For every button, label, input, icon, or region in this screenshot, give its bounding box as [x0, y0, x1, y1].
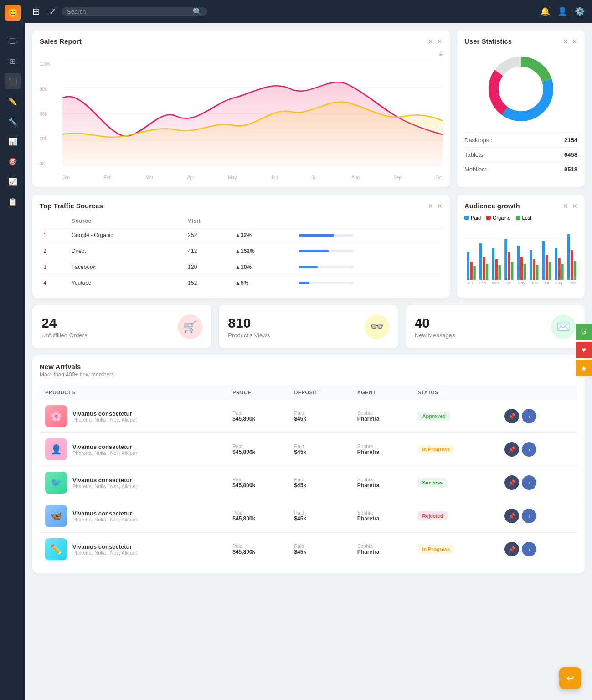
- sales-report-actions: ✕ ✕: [428, 38, 443, 45]
- agent-cell: Sophia Pharetra: [352, 533, 412, 566]
- traffic-source: Google - Organic: [68, 227, 184, 243]
- arrivals-table-row: 🦋 Vivamus consectetur Pharetra, Nulla , …: [40, 499, 577, 533]
- resize-icon-stats[interactable]: ✕: [563, 38, 568, 45]
- pin-button[interactable]: 📌: [504, 475, 519, 490]
- resize-audience-icon[interactable]: ✕: [563, 202, 568, 210]
- sidebar-item-edit[interactable]: ✏️: [5, 93, 21, 109]
- close-icon-stats[interactable]: ✕: [572, 38, 577, 45]
- price-col-header: PRUCE: [227, 385, 288, 400]
- price-label: Paid: [232, 443, 283, 449]
- lost-legend: Lost: [516, 215, 532, 221]
- price-cell: Paid $45,800k: [227, 533, 288, 566]
- resize-traffic-icon[interactable]: ✕: [428, 202, 433, 210]
- product-sub: Pharetra, Nulla , Nec, Aliquet: [72, 450, 137, 456]
- svg-rect-15: [470, 262, 473, 280]
- product-name: Vivamus consectetur: [72, 410, 137, 417]
- settings-icon[interactable]: ⚙️: [575, 6, 585, 16]
- sidebar-item-menu[interactable]: ☰: [5, 33, 21, 49]
- arrow-button[interactable]: ›: [522, 409, 536, 423]
- panel-btn-green[interactable]: G: [576, 324, 592, 340]
- arrivals-table-header: PRODUCTS PRUCE DEPOSIT AGENT STATUS: [40, 385, 577, 400]
- svg-rect-17: [479, 243, 482, 280]
- pin-button[interactable]: 📌: [504, 509, 519, 523]
- row-1: Sales Report ✕ ✕ ≡ 120K 90K 60K 30K 0K: [32, 30, 585, 187]
- new-arrivals-card: New Arrivals More than 400+ new members …: [32, 355, 585, 573]
- actions-cell: 📌 ›: [499, 400, 577, 433]
- svg-rect-40: [574, 261, 577, 280]
- expand-icon[interactable]: ⤢: [49, 6, 56, 16]
- sidebar-item-bars[interactable]: 📊: [5, 133, 21, 149]
- chart-menu-icon[interactable]: ≡: [40, 51, 443, 58]
- floating-action-button[interactable]: ↩: [559, 667, 581, 689]
- traffic-visit: 152: [184, 275, 232, 291]
- status-col-header: STATUS: [412, 385, 499, 400]
- deposit-cell: Paid $45k: [288, 400, 351, 433]
- user-avatar[interactable]: 😊: [5, 5, 21, 21]
- panel-btn-red[interactable]: ♥: [576, 342, 592, 358]
- orders-icon: 🛒: [178, 314, 202, 339]
- donut-chart: [464, 52, 577, 125]
- sidebar-item-grid[interactable]: ⊞: [5, 53, 21, 69]
- traffic-title: Top Traffic Sources: [40, 202, 103, 210]
- traffic-table: Source Visit 1 Google - Organic 252 ▲32%…: [40, 215, 443, 291]
- desktop-value: 2154: [564, 137, 577, 144]
- mobile-stat-row: Mobiles: 9518: [464, 162, 577, 176]
- arrow-button[interactable]: ›: [522, 509, 536, 523]
- traffic-growth: ▲10%: [232, 259, 295, 275]
- desktop-label: Dasktops :: [464, 137, 492, 144]
- agent-name-label: Sophia: [357, 477, 407, 482]
- svg-rect-14: [467, 252, 470, 280]
- search-icon: 🔍: [193, 7, 202, 16]
- action-buttons: 📌 ›: [504, 442, 572, 457]
- close-audience-icon[interactable]: ✕: [572, 202, 577, 210]
- lost-label: Lost: [522, 215, 532, 221]
- user-icon[interactable]: 👤: [557, 6, 567, 16]
- new-arrivals-subtitle: More than 400+ new members: [40, 371, 577, 378]
- sidebar-item-apps[interactable]: ⬛: [5, 73, 21, 89]
- search-input[interactable]: [67, 8, 189, 15]
- arrow-button[interactable]: ›: [522, 475, 536, 490]
- actions-cell: 📌 ›: [499, 433, 577, 466]
- traffic-table-row: 2. Direct 412 ▲152%: [40, 243, 443, 259]
- product-info: Vivamus consectetur Pharetra, Nulla , Ne…: [72, 443, 137, 456]
- traffic-sources-card: Top Traffic Sources ✕ ✕ Source Visit: [32, 195, 450, 298]
- price-label: Paid: [232, 410, 283, 416]
- svg-rect-27: [520, 257, 523, 280]
- pin-button[interactable]: 📌: [504, 409, 519, 423]
- traffic-source: Direct: [68, 243, 184, 259]
- arrow-button[interactable]: ›: [522, 542, 536, 556]
- deposit-label: Paid: [294, 543, 346, 549]
- resize-icon[interactable]: ✕: [428, 38, 433, 45]
- price-label: Paid: [232, 510, 283, 515]
- close-traffic-icon[interactable]: ✕: [437, 202, 443, 210]
- audience-growth-card: Audience growth ✕ ✕ Paid Organic: [457, 195, 585, 298]
- stats-row: 24 Unfulfilled Orders 🛒 810 Product's Vi…: [32, 305, 585, 348]
- close-icon[interactable]: ✕: [437, 38, 443, 45]
- sidebar-item-target[interactable]: 🎯: [5, 153, 21, 170]
- traffic-growth: ▲5%: [232, 275, 295, 291]
- sidebar-item-tools[interactable]: 🔧: [5, 113, 21, 129]
- user-stats-actions: ✕ ✕: [563, 38, 577, 45]
- deposit-label: Paid: [294, 477, 346, 482]
- paid-dot: [464, 216, 469, 220]
- views-label: Product's Views: [228, 332, 270, 339]
- traffic-source: Facebook: [68, 259, 184, 275]
- sidebar-item-chart[interactable]: 📈: [5, 173, 21, 190]
- deposit-col-header: DEPOSIT: [288, 385, 351, 400]
- traffic-visit: 412: [184, 243, 232, 259]
- orders-label: Unfulfilled Orders: [41, 332, 87, 339]
- product-name: Vivamus consectetur: [72, 510, 137, 517]
- pin-button[interactable]: 📌: [504, 442, 519, 457]
- paid-legend: Paid: [464, 215, 481, 221]
- notification-icon[interactable]: 🔔: [540, 6, 550, 16]
- paid-label: Paid: [471, 215, 481, 221]
- traffic-table-row: 1 Google - Organic 252 ▲32%: [40, 227, 443, 243]
- search-bar[interactable]: 🔍: [62, 7, 207, 16]
- arrow-button[interactable]: ›: [522, 442, 536, 457]
- pin-button[interactable]: 📌: [504, 542, 519, 556]
- panel-btn-yellow[interactable]: ★: [576, 360, 592, 376]
- user-stats-title: User Statistics: [464, 37, 512, 45]
- sidebar-item-clipboard[interactable]: 📋: [5, 193, 21, 210]
- tablet-label: Tablets:: [464, 151, 485, 158]
- deposit-cell: Paid $45k: [288, 466, 351, 499]
